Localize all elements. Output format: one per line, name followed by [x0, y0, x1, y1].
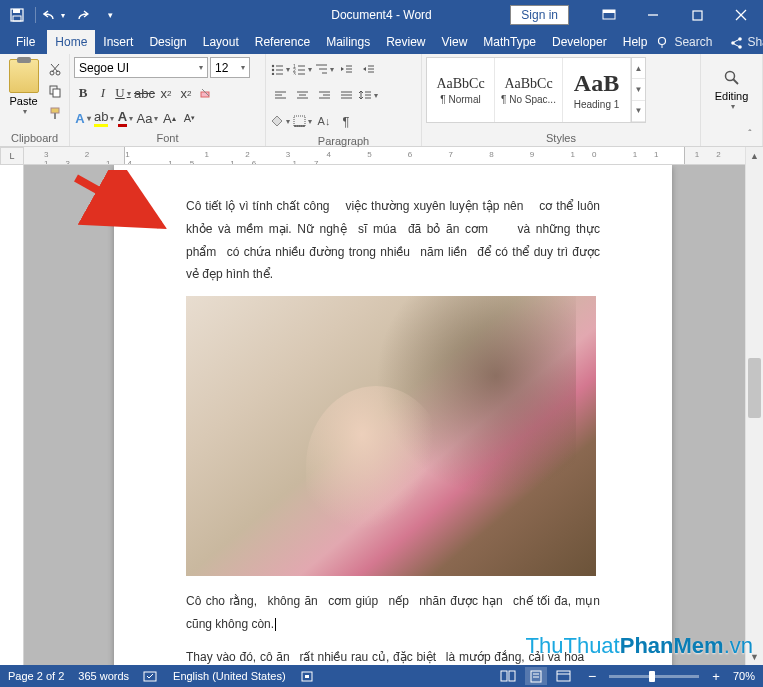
highlight-button[interactable]: ab▾ — [94, 108, 114, 128]
grow-font-button[interactable]: A▴ — [160, 108, 178, 128]
qat-customize[interactable]: ▾ — [99, 4, 121, 26]
share-button[interactable]: Share — [730, 35, 763, 49]
superscript-button[interactable]: x2 — [177, 83, 195, 103]
copy-button[interactable] — [45, 81, 65, 101]
tab-review[interactable]: Review — [378, 30, 433, 54]
decrease-indent-button[interactable] — [336, 59, 356, 79]
editing-dropdown[interactable]: Editing ▾ — [705, 57, 758, 111]
borders-button[interactable]: ▾ — [292, 111, 312, 131]
font-color-button[interactable]: A▾ — [116, 108, 134, 128]
tab-file[interactable]: File — [4, 30, 47, 54]
qat-separator — [35, 7, 36, 23]
italic-button[interactable]: I — [94, 83, 112, 103]
tab-mailings[interactable]: Mailings — [318, 30, 378, 54]
bold-button[interactable]: B — [74, 83, 92, 103]
zoom-out-button[interactable]: − — [581, 667, 603, 685]
zoom-in-button[interactable]: + — [705, 667, 727, 685]
style-heading-1[interactable]: AaB Heading 1 — [563, 58, 631, 122]
tab-references[interactable]: Reference — [247, 30, 318, 54]
change-case-button[interactable]: Aa▾ — [136, 108, 158, 128]
style-no-spacing[interactable]: AaBbCc ¶ No Spac... — [495, 58, 563, 122]
tab-insert[interactable]: Insert — [95, 30, 141, 54]
tab-help[interactable]: Help — [615, 30, 656, 54]
text-cursor — [275, 618, 276, 631]
show-hide-button[interactable]: ¶ — [336, 111, 356, 131]
styles-scroll-up[interactable]: ▲ — [632, 58, 645, 79]
view-read-mode[interactable] — [497, 667, 519, 685]
subscript-button[interactable]: x2 — [157, 83, 175, 103]
bullets-button[interactable]: ▾ — [270, 59, 290, 79]
svg-line-65 — [733, 79, 738, 84]
style-name: ¶ Normal — [440, 94, 480, 105]
font-name-value: Segoe UI — [79, 61, 129, 75]
collapse-ribbon-button[interactable]: ˆ — [741, 129, 759, 143]
shrink-font-button[interactable]: A▾ — [180, 108, 198, 128]
strikethrough-button[interactable]: abc — [134, 83, 155, 103]
underline-button[interactable]: U▾ — [114, 83, 132, 103]
zoom-slider[interactable] — [609, 675, 699, 678]
tab-home[interactable]: Home — [47, 30, 95, 54]
numbering-button[interactable]: 123▾ — [292, 59, 312, 79]
watermark: ThuThuatPhanMem.vn — [526, 633, 753, 659]
redo-button[interactable] — [71, 4, 93, 26]
tab-layout[interactable]: Layout — [195, 30, 247, 54]
page[interactable]: Cô tiết lộ vì tính chất công việc thường… — [114, 165, 672, 665]
tab-view[interactable]: View — [434, 30, 476, 54]
multilevel-list-button[interactable]: ▾ — [314, 59, 334, 79]
tab-design[interactable]: Design — [141, 30, 194, 54]
clear-formatting-button[interactable] — [197, 83, 215, 103]
zoom-thumb[interactable] — [649, 671, 655, 682]
zoom-level[interactable]: 70% — [733, 670, 755, 682]
view-web-layout[interactable] — [553, 667, 575, 685]
status-words[interactable]: 365 words — [78, 670, 129, 682]
status-page[interactable]: Page 2 of 2 — [8, 670, 64, 682]
align-right-button[interactable] — [314, 85, 334, 105]
style-normal[interactable]: AaBbCc ¶ Normal — [427, 58, 495, 122]
line-spacing-button[interactable]: ▾ — [358, 85, 378, 105]
minimize-button[interactable] — [631, 0, 675, 30]
align-left-button[interactable] — [270, 85, 290, 105]
style-name: Heading 1 — [574, 99, 620, 110]
justify-button[interactable] — [336, 85, 356, 105]
text-effects-button[interactable]: A▾ — [74, 108, 92, 128]
increase-indent-button[interactable] — [358, 59, 378, 79]
status-spellcheck[interactable] — [143, 670, 159, 683]
document-area[interactable]: Cô tiết lộ vì tính chất công việc thường… — [24, 165, 745, 665]
paste-button[interactable]: Paste ▾ — [4, 57, 43, 116]
horizontal-ruler[interactable]: 3 2 1 1 2 3 4 5 6 7 8 9 10 11 12 13 14 1… — [24, 147, 745, 165]
font-size-combo[interactable]: 12▾ — [210, 57, 250, 78]
save-button[interactable] — [6, 4, 28, 26]
align-center-button[interactable] — [292, 85, 312, 105]
ribbon: Paste ▾ Clipboard Segoe UI▾ 12▾ B I U▾ a… — [0, 54, 763, 147]
ribbon-display-options[interactable] — [587, 0, 631, 30]
scroll-up-button[interactable]: ▲ — [746, 147, 763, 164]
styles-expand[interactable]: ▼ — [632, 101, 645, 122]
ruler-corner[interactable]: L — [0, 147, 24, 165]
document-image[interactable] — [186, 296, 596, 576]
status-language[interactable]: English (United States) — [173, 670, 286, 682]
format-painter-button[interactable] — [45, 103, 65, 123]
status-macro[interactable] — [300, 670, 314, 683]
sign-in-button[interactable]: Sign in — [510, 5, 569, 25]
vertical-ruler[interactable] — [0, 165, 24, 665]
paragraph-1[interactable]: Cô tiết lộ vì tính chất công việc thường… — [186, 195, 600, 286]
close-button[interactable] — [719, 0, 763, 30]
tell-me-search[interactable]: Search — [655, 35, 712, 49]
tab-developer[interactable]: Developer — [544, 30, 615, 54]
undo-button[interactable]: ▾ — [43, 4, 65, 26]
cut-button[interactable] — [45, 59, 65, 79]
maximize-button[interactable] — [675, 0, 719, 30]
document-body[interactable]: Cô tiết lộ vì tính chất công việc thường… — [186, 195, 600, 665]
styles-scroll-down[interactable]: ▼ — [632, 79, 645, 100]
view-print-layout[interactable] — [525, 667, 547, 685]
font-size-value: 12 — [215, 61, 228, 75]
paragraph-2[interactable]: Cô cho rằng, không ăn cơm giúp nếp nhăn … — [186, 590, 600, 636]
svg-rect-1 — [13, 9, 20, 13]
font-name-combo[interactable]: Segoe UI▾ — [74, 57, 208, 78]
sort-button[interactable]: A↓ — [314, 111, 334, 131]
tab-mathtype[interactable]: MathType — [475, 30, 544, 54]
shading-button[interactable]: ▾ — [270, 111, 290, 131]
vertical-scrollbar[interactable]: ▲ ▼ — [745, 147, 763, 665]
scroll-track[interactable] — [746, 164, 763, 648]
scroll-thumb[interactable] — [748, 358, 761, 418]
